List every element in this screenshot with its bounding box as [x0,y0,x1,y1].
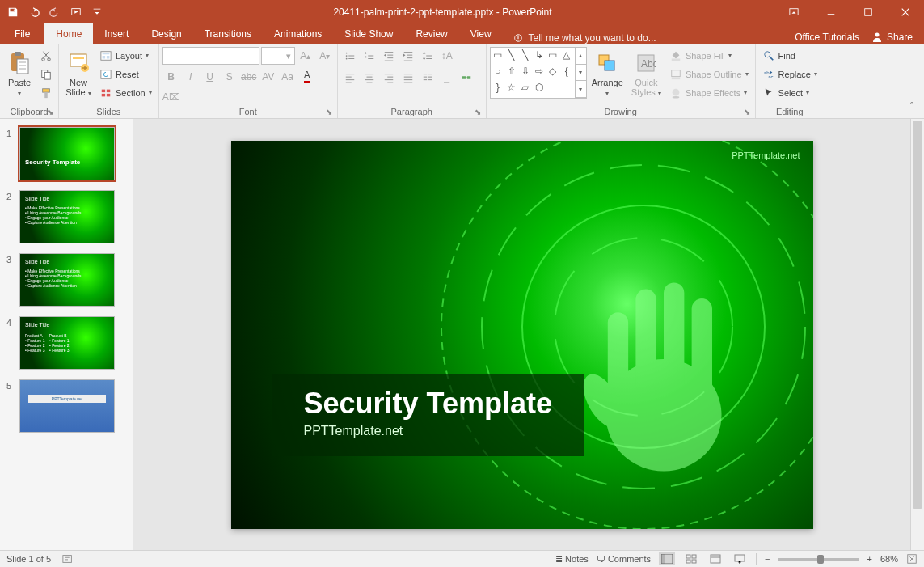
spell-check-icon[interactable] [62,553,74,565]
quick-styles-button[interactable]: Abc Quick Styles ▾ [628,47,665,100]
shape-star-icon[interactable]: ☆ [506,83,517,93]
section-button[interactable]: Section ▾ [96,84,155,101]
decrease-indent-button[interactable] [380,47,398,64]
arrange-button[interactable]: Arrange▾ [589,47,627,100]
notes-button[interactable]: ≣ Notes [555,554,589,565]
increase-font-button[interactable]: A▴ [297,48,314,65]
close-button[interactable] [887,0,924,23]
drawing-launcher[interactable]: ⬊ [744,108,750,116]
scroll-thumb[interactable] [913,121,922,509]
font-size-combo[interactable]: ▾ [261,47,295,65]
minimize-button[interactable] [812,0,850,23]
reset-button[interactable]: Reset [96,66,155,83]
increase-indent-button[interactable] [399,47,417,64]
tab-insert[interactable]: Insert [93,23,140,44]
shape-rect2-icon[interactable]: ▭ [547,49,559,60]
line-spacing-button[interactable] [419,47,437,64]
shape-outline-button[interactable]: Shape Outline ▾ [666,66,752,83]
align-center-button[interactable] [361,69,378,86]
tab-animations[interactable]: Animations [263,23,333,44]
zoom-level[interactable]: 68% [880,554,898,564]
clear-formatting-button[interactable]: A⌧ [162,88,180,105]
bold-button[interactable]: B [162,68,180,85]
vertical-scrollbar[interactable] [910,119,924,550]
clipboard-launcher[interactable]: ⬊ [47,108,53,116]
ribbon-display-button[interactable] [775,0,812,23]
tab-design[interactable]: Design [140,23,192,44]
justify-button[interactable] [399,69,417,86]
shape-rbrace-icon[interactable]: } [492,83,504,93]
collapse-ribbon-button[interactable]: ˆ [903,98,921,115]
normal-view-button[interactable] [659,552,675,565]
qat-customize-button[interactable] [87,2,107,22]
copy-button[interactable] [37,66,55,83]
change-case-button[interactable]: Aa [279,68,297,85]
shape-line2-icon[interactable]: ╲ [520,49,531,60]
shape-fill-button[interactable]: Shape Fill ▾ [666,47,752,64]
start-from-beginning-button[interactable] [66,2,86,22]
thumbnail-slide-3[interactable]: Slide Title• Make Effective Presentation… [19,253,115,307]
zoom-in-button[interactable]: + [867,554,872,564]
shape-effects-button[interactable]: Shape Effects ▾ [666,84,752,101]
zoom-slider[interactable] [778,558,859,561]
layout-button[interactable]: Layout ▾ [96,47,155,64]
redo-button[interactable] [45,2,65,22]
shape-diamond-icon[interactable]: ◇ [547,66,559,76]
bullets-button[interactable] [341,47,359,64]
shape-lbrace-icon[interactable]: { [561,66,572,76]
gallery-more[interactable]: ▾ [576,81,586,98]
comments-button[interactable]: 🗨 Comments [597,554,651,564]
undo-button[interactable] [24,2,44,22]
thumbnail-slide-1[interactable]: Security Template [19,127,115,180]
gallery-down[interactable]: ▾ [576,65,586,82]
slideshow-button[interactable] [732,552,748,565]
tab-review[interactable]: Review [404,23,458,44]
thumbnail-slide-2[interactable]: Slide Title• Make Effective Presentation… [19,190,115,243]
zoom-out-button[interactable]: − [765,554,770,564]
new-slide-button[interactable]: New Slide ▾ [62,47,95,100]
select-button[interactable]: Select ▾ [759,84,821,101]
reading-view-button[interactable] [707,552,724,565]
save-button[interactable] [3,2,23,22]
slide-canvas[interactable]: PPTTemplate.net Security Template PPTTem… [231,141,813,529]
find-button[interactable]: Find [759,47,821,64]
align-right-button[interactable] [380,69,398,86]
shape-hex-icon[interactable]: ⬡ [534,83,545,93]
shape-line-icon[interactable]: ╲ [506,49,517,60]
shapes-gallery[interactable]: ▭ ╲ ╲ ↳ ▭ △ ○ ⇧ ⇩ ⇨ ◇ { } ☆ ▱ ⬡ ▴▾▾ [490,47,587,99]
replace-button[interactable]: abacReplace ▾ [759,66,821,83]
columns-button[interactable] [419,69,437,86]
format-painter-button[interactable] [37,84,55,101]
numbering-button[interactable]: 12 [361,47,378,64]
italic-button[interactable]: I [182,68,200,85]
strikethrough-button[interactable]: abc [240,68,258,85]
shape-arrow-icon[interactable]: ⇨ [534,66,545,76]
font-launcher[interactable]: ⬊ [326,108,332,116]
title-text-box[interactable]: Security Template PPTTemplate.net [272,374,584,456]
shape-arrowdn-icon[interactable]: ⇩ [520,66,531,76]
align-left-button[interactable] [341,69,359,86]
thumbnail-slide-5[interactable]: PPTTemplate.net [19,379,115,433]
share-button[interactable]: Share [871,31,913,44]
tell-me-search[interactable]: Tell me what you want to do... [513,32,656,44]
shape-tri-icon[interactable]: △ [561,49,572,60]
shadow-button[interactable]: S [221,68,238,85]
thumbnail-slide-4[interactable]: Slide TitleProduct A Product B• Feature … [19,316,115,370]
cut-button[interactable] [37,47,55,64]
shape-connector-icon[interactable]: ↳ [534,49,545,60]
shape-arrowup-icon[interactable]: ⇧ [506,66,517,76]
shape-circle-icon[interactable]: ○ [492,66,504,76]
paragraph-launcher[interactable]: ⬊ [475,108,481,116]
spacing-button[interactable]: AV [259,68,277,85]
slide-counter[interactable]: Slide 1 of 5 [6,554,51,564]
office-tutorials-link[interactable]: Office Tutorials [795,32,859,43]
shape-rect-icon[interactable]: ▭ [492,49,504,60]
slide-editor[interactable]: PPTTemplate.net Security Template PPTTem… [133,119,910,550]
paste-button[interactable]: Paste▾ [3,47,36,100]
font-color-button[interactable]: A [298,68,316,85]
fit-to-window-button[interactable] [906,553,918,565]
tab-transitions[interactable]: Transitions [193,23,263,44]
slide-sorter-button[interactable] [683,552,699,565]
text-direction-button[interactable]: ↕A [438,47,456,64]
align-text-button[interactable]: ⎯ [438,69,456,86]
